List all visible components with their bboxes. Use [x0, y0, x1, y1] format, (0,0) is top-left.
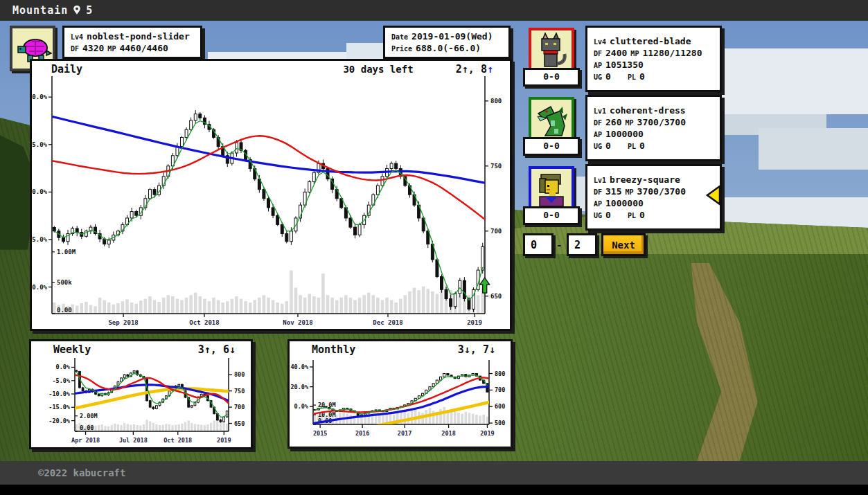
svg-text:Nov 2018: Nov 2018	[283, 319, 312, 326]
enemy-ug-label: UG	[594, 212, 602, 219]
price-label: Price	[391, 45, 412, 53]
date-price-box: Date 2019-01-09(Wed) Price 688.0(-66.0)	[383, 26, 511, 59]
selection-cursor-icon	[705, 184, 722, 206]
footer-bar: ©2022 kabucraft	[0, 461, 868, 485]
enemy-level: Lv4	[594, 38, 606, 46]
enemy-avatar-coherent-dress[interactable]	[529, 97, 574, 143]
enemy-level: Lv1	[594, 107, 606, 115]
enemy-record-cluttered-blade: 0-0	[523, 68, 580, 87]
enemy-name: breezy-square	[610, 174, 680, 185]
enemy-avatar-cluttered-blade[interactable]	[529, 28, 574, 73]
svg-text:Sep 2018: Sep 2018	[108, 319, 138, 326]
enemy-info-cluttered-blade: Lv4 cluttered-blade DF 2400 MP 11280/112…	[585, 26, 722, 92]
svg-text:500: 500	[495, 420, 505, 426]
svg-text:-15.0%: -15.0%	[48, 404, 71, 411]
daily-updown-badge: 2↑, 8↑	[456, 63, 493, 75]
player-name: noblest-pond-slider	[87, 31, 190, 42]
daily-chart-panel: Daily 30 days left 2↑, 8↑ 10.0%5.0%0.0%-…	[30, 59, 512, 331]
enemy-df-value: 260	[605, 117, 621, 127]
enemy-info-breezy-square: Lv1 breezy-square DF 315 MP 3700/3700 AP…	[585, 164, 722, 231]
enemy-pl-label: PL	[628, 73, 636, 81]
svg-text:Oct 2018: Oct 2018	[189, 319, 219, 326]
enemy-df-label: DF	[594, 119, 602, 127]
svg-text:2016: 2016	[355, 430, 369, 437]
enemy-ug-value: 0	[605, 141, 611, 151]
cat-sprite-icon	[531, 30, 572, 71]
enemy-mp-value: 3700/3700	[637, 186, 686, 197]
enemy-df-label: DF	[594, 50, 602, 57]
range-to-input[interactable]	[567, 233, 597, 256]
range-separator: -	[556, 240, 562, 251]
enemy-ap-value: 1000000	[605, 129, 644, 139]
daily-chart-title: Daily	[51, 63, 82, 75]
svg-text:Oct 2018: Oct 2018	[163, 437, 192, 444]
weekly-candlestick-chart: 0.0%-5.0%-10.0%-15.0%-20.0%8007507006502…	[31, 341, 251, 447]
bottom-strip	[0, 485, 868, 495]
svg-text:2019: 2019	[217, 437, 231, 444]
weekly-updown-badge: 3↑, 6↓	[198, 343, 236, 356]
daily-candlestick-chart: 10.0%5.0%0.0%-5.0%-10.0%8007507006501.00…	[32, 61, 510, 329]
svg-text:-20.0%: -20.0%	[48, 417, 71, 424]
svg-text:-10.0%: -10.0%	[32, 284, 48, 291]
svg-text:Jul 2018: Jul 2018	[119, 437, 148, 444]
date-value: 2019-01-09(Wed)	[411, 31, 493, 42]
enemy-ap-value: 1000000	[605, 198, 644, 208]
svg-text:Apr 2018: Apr 2018	[71, 437, 100, 444]
svg-text:650: 650	[234, 420, 245, 427]
svg-text:800: 800	[495, 370, 505, 377]
svg-text:500k: 500k	[57, 279, 72, 286]
svg-text:10.0%: 10.0%	[32, 93, 48, 100]
daily-days-left: 30 days left	[309, 64, 448, 75]
enemy-ug-label: UG	[594, 73, 602, 81]
enemy-mp-label: MP	[630, 50, 639, 57]
person-sprite-icon	[531, 169, 572, 209]
enemy-level: Lv1	[594, 177, 606, 184]
cloud-decoration	[720, 48, 868, 114]
svg-text:650: 650	[490, 293, 502, 300]
enemy-ug-value: 0	[605, 71, 611, 82]
enemy-df-value: 315	[605, 186, 621, 197]
copyright-text: ©2022 kabucraft	[38, 467, 125, 478]
enemy-avatar-breezy-square[interactable]	[529, 166, 574, 212]
monthly-candlestick-chart: 40.0%20.0%0.0%80070060050020.0M10.0M0.00…	[290, 341, 511, 447]
svg-text:600: 600	[495, 403, 505, 410]
enemy-df-value: 2400	[605, 48, 627, 58]
player-df-value: 4320	[82, 43, 104, 53]
svg-text:0.00: 0.00	[57, 307, 72, 314]
svg-text:2017: 2017	[398, 430, 411, 437]
svg-text:1.00M: 1.00M	[57, 249, 76, 255]
enemy-info-coherent-dress: Lv1 coherent-dress DF 260 MP 3700/3700 A…	[585, 95, 722, 161]
svg-text:2019: 2019	[480, 430, 494, 437]
svg-text:750: 750	[490, 163, 502, 170]
next-button[interactable]: Next	[601, 233, 646, 256]
svg-text:-5.0%: -5.0%	[52, 377, 70, 384]
top-bar: Mountain 5	[0, 0, 868, 21]
enemy-pl-label: PL	[628, 143, 636, 150]
enemy-ap-label: AP	[594, 200, 602, 208]
player-level: Lv4	[71, 33, 83, 41]
svg-text:-10.0%: -10.0%	[48, 390, 71, 397]
cloud-decoration	[759, 128, 868, 170]
enemy-record-breezy-square: 0-0	[523, 206, 580, 225]
date-label: Date	[391, 33, 408, 41]
player-mp-value: 4460/4460	[119, 43, 168, 53]
enemy-mp-label: MP	[626, 188, 634, 196]
lizard-sprite-icon	[531, 100, 572, 140]
svg-text:700: 700	[495, 386, 505, 393]
svg-text:800: 800	[490, 98, 502, 105]
svg-text:0.0%: 0.0%	[294, 403, 309, 410]
svg-text:800: 800	[234, 371, 245, 378]
svg-text:0.0%: 0.0%	[32, 188, 47, 195]
enemy-ug-label: UG	[594, 143, 602, 150]
player-mp-label: MP	[107, 45, 116, 53]
monthly-chart-panel: Monthly 3↓, 7↓ 40.0%20.0%0.0%80070060050…	[287, 339, 513, 449]
svg-text:Dec 2018: Dec 2018	[373, 319, 402, 326]
svg-text:20.0%: 20.0%	[290, 384, 308, 390]
enemy-ug-value: 0	[605, 210, 611, 220]
monthly-updown-badge: 3↓, 7↓	[458, 343, 495, 356]
range-from-input[interactable]	[523, 233, 553, 256]
enemy-pl-label: PL	[628, 212, 636, 219]
monthly-chart-title: Monthly	[312, 343, 355, 356]
game-stage: Mountain 5	[0, 0, 868, 495]
weekly-chart-title: Weekly	[53, 343, 91, 356]
